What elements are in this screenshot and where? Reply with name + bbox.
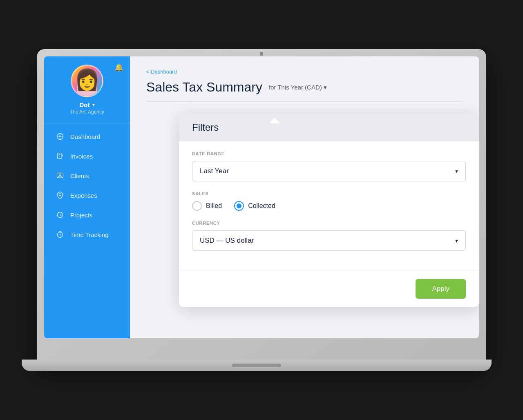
sidebar-item-label: Dashboard xyxy=(70,133,100,140)
sidebar-item-projects[interactable]: Projects xyxy=(44,205,130,225)
radio-billed[interactable]: Billed xyxy=(192,201,222,211)
svg-point-11 xyxy=(59,194,61,196)
sales-label: SALES xyxy=(192,191,466,196)
svg-rect-6 xyxy=(57,153,62,159)
laptop-screen: 🔔 Dot ▾ The Ant Agency xyxy=(44,56,479,338)
date-range-value: Last Year xyxy=(200,167,229,175)
filters-body: DATE RANGE Last Year ▾ SALES xyxy=(179,141,479,270)
popup-arrow xyxy=(269,117,280,123)
sidebar-item-label: Clients xyxy=(70,172,89,179)
time-tracking-icon xyxy=(56,230,65,239)
radio-collected[interactable]: Collected xyxy=(234,201,275,211)
chevron-down-icon: ▾ xyxy=(455,168,458,174)
filters-header: Filters xyxy=(179,114,479,141)
user-company: The Ant Agency xyxy=(70,109,104,115)
back-link[interactable]: < Dashboard xyxy=(146,69,463,75)
laptop-base xyxy=(22,360,492,371)
main-content: < Dashboard Sales Tax Summary for This Y… xyxy=(130,56,479,338)
sales-section: SALES Billed Collected xyxy=(192,191,466,211)
sidebar-item-invoices[interactable]: Invoices xyxy=(44,146,130,166)
currency-section: CURRENCY USD — US dollar ▾ xyxy=(192,221,466,251)
currency-value: USD — US dollar xyxy=(200,237,254,245)
chevron-down-icon: ▾ xyxy=(455,237,458,244)
svg-point-5 xyxy=(59,136,60,137)
date-range-label: DATE RANGE xyxy=(192,151,466,156)
page-title: Sales Tax Summary xyxy=(146,80,262,95)
sidebar-item-expenses[interactable]: Expenses xyxy=(44,185,130,205)
radio-collected-circle[interactable] xyxy=(234,201,244,211)
sidebar: 🔔 Dot ▾ The Ant Agency xyxy=(44,56,130,338)
radio-billed-circle[interactable] xyxy=(192,201,202,211)
camera xyxy=(260,52,263,56)
date-range-section: DATE RANGE Last Year ▾ xyxy=(192,151,466,181)
page-header: Sales Tax Summary for This Year (CAD) ▾ xyxy=(146,80,463,102)
svg-line-17 xyxy=(60,235,61,236)
radio-collected-label: Collected xyxy=(248,202,275,210)
year-selector[interactable]: for This Year (CAD) ▾ xyxy=(269,84,327,91)
sidebar-item-clients[interactable]: Clients xyxy=(44,166,130,185)
projects-icon xyxy=(56,210,65,219)
expenses-icon xyxy=(56,191,65,200)
sidebar-item-label: Invoices xyxy=(70,153,93,160)
currency-select[interactable]: USD — US dollar ▾ xyxy=(192,230,466,251)
nav-divider xyxy=(44,123,130,123)
apply-button[interactable]: Apply xyxy=(416,279,466,299)
sidebar-item-label: Projects xyxy=(70,212,92,219)
notification-icon[interactable]: 🔔 xyxy=(114,63,123,72)
sidebar-item-dashboard[interactable]: Dashboard xyxy=(44,127,130,146)
dashboard-icon xyxy=(56,132,65,141)
dropdown-arrow-icon: ▾ xyxy=(92,102,95,107)
laptop-frame: 🔔 Dot ▾ The Ant Agency xyxy=(37,49,486,360)
radio-group: Billed Collected xyxy=(192,201,466,211)
sidebar-item-label: Expenses xyxy=(70,192,97,199)
radio-billed-label: Billed xyxy=(206,202,222,210)
date-range-select[interactable]: Last Year ▾ xyxy=(192,161,466,181)
avatar-image xyxy=(72,66,102,96)
avatar xyxy=(71,65,103,97)
sidebar-item-time-tracking[interactable]: Time Tracking xyxy=(44,225,130,244)
svg-point-10 xyxy=(59,174,61,176)
user-name[interactable]: Dot ▾ xyxy=(80,101,95,108)
sidebar-item-label: Time Tracking xyxy=(70,231,109,238)
clients-icon xyxy=(56,171,65,180)
filters-footer: Apply xyxy=(179,270,479,307)
filters-panel: Filters DATE RANGE Last Year ▾ xyxy=(179,114,479,307)
currency-label: CURRENCY xyxy=(192,221,466,226)
invoices-icon xyxy=(56,152,65,161)
